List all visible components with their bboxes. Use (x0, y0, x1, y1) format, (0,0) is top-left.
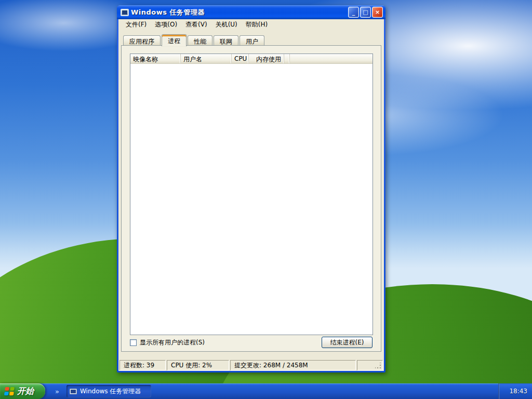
task-manager-icon (121, 9, 129, 16)
start-button[interactable]: 开始 (0, 383, 45, 399)
menu-help[interactable]: 帮助(H) (242, 19, 272, 30)
minimize-button[interactable]: _ (348, 7, 359, 18)
taskbar: 开始 » Windows 任务管理器 18:43 (0, 383, 532, 399)
process-list[interactable]: 映像名称用户名CPU内存使用 (130, 54, 373, 335)
status-filler (357, 360, 383, 370)
checkbox-box[interactable] (130, 339, 137, 346)
window-title: Windows 任务管理器 (131, 8, 348, 17)
menu-bar: 文件(F)选项(O)查看(V)关机(U)帮助(H) (118, 19, 384, 30)
taskbar-clock[interactable]: 18:43 (509, 388, 527, 395)
maximize-button[interactable]: □ (360, 7, 371, 18)
column-header-filler (284, 54, 290, 63)
column-header-mem-usage[interactable]: 内存使用 (249, 54, 284, 63)
menu-file[interactable]: 文件(F) (122, 19, 151, 30)
window-titlebar[interactable]: Windows 任务管理器 _ □ × (117, 5, 385, 19)
tab-strip: 应用程序进程性能联网用户 (123, 34, 265, 46)
menu-options[interactable]: 选项(O) (151, 19, 181, 30)
column-header-image-name[interactable]: 映像名称 (130, 54, 181, 63)
column-header-cpu[interactable]: CPU (232, 54, 249, 63)
quick-launch: » (51, 388, 59, 395)
tab-networking[interactable]: 联网 (214, 35, 238, 46)
close-button[interactable]: × (372, 7, 383, 18)
processes-tab-panel: 映像名称用户名CPU内存使用 显示所有用户的进程(S) 结束进程(E) (121, 45, 381, 352)
show-all-users-checkbox[interactable]: 显示所有用户的进程(S) (130, 338, 205, 347)
status-commit-charge: 提交更改: 268M / 2458M (230, 360, 356, 370)
task-manager-window: Windows 任务管理器 _ □ × 文件(F)选项(O)查看(V)关机(U)… (117, 5, 385, 373)
status-cpu-usage: CPU 使用: 2% (167, 360, 229, 370)
quick-launch-more-chevron[interactable]: » (55, 388, 59, 395)
desktop: Windows 任务管理器 _ □ × 文件(F)选项(O)查看(V)关机(U)… (0, 0, 532, 383)
menu-view[interactable]: 查看(V) (181, 19, 211, 30)
task-button-label: Windows 任务管理器 (80, 387, 141, 396)
task-manager-icon (70, 389, 77, 394)
checkbox-label: 显示所有用户的进程(S) (140, 338, 205, 347)
status-process-count: 进程数: 39 (119, 360, 166, 370)
tab-processes[interactable]: 进程 (162, 34, 187, 46)
menu-shutdown[interactable]: 关机(U) (211, 19, 242, 30)
start-button-label: 开始 (17, 386, 34, 397)
resize-grip[interactable] (375, 363, 382, 369)
end-process-button[interactable]: 结束进程(E) (322, 337, 373, 348)
process-list-header: 映像名称用户名CPU内存使用 (130, 54, 373, 64)
status-bar: 进程数: 39 CPU 使用: 2% 提交更改: 268M / 2458M (118, 359, 384, 371)
column-header-user-name[interactable]: 用户名 (181, 54, 232, 63)
window-client-area: 文件(F)选项(O)查看(V)关机(U)帮助(H) 应用程序进程性能联网用户 映… (118, 19, 384, 371)
system-tray: 18:43 (498, 383, 532, 399)
taskbar-task-button[interactable]: Windows 任务管理器 (66, 385, 151, 397)
tab-users[interactable]: 用户 (240, 35, 264, 46)
tab-applications[interactable]: 应用程序 (123, 35, 161, 46)
tab-performance[interactable]: 性能 (188, 35, 212, 46)
windows-flag-icon (4, 387, 15, 395)
